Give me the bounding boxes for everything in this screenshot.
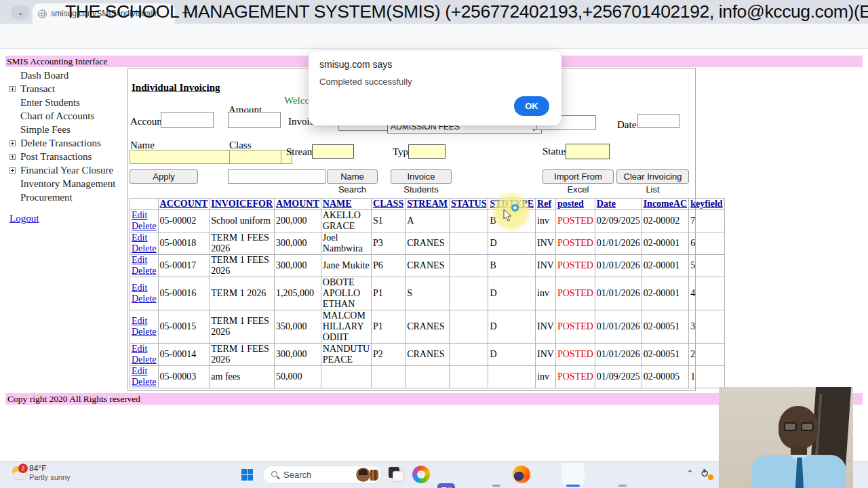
edit-link[interactable]: Edit xyxy=(132,210,147,220)
firefox-icon[interactable] xyxy=(513,466,530,483)
col-date[interactable]: Date xyxy=(595,199,642,210)
delete-link[interactable]: Delete xyxy=(132,354,157,365)
sidebar-item-financial-year-closure[interactable]: Financial Year Closure xyxy=(9,165,125,178)
posted-status: POSTED xyxy=(555,232,595,255)
table-row: Edit Delete 05-00017 TERM 1 FEES 2026 30… xyxy=(130,255,725,277)
invoices-table: ACCOUNT INVOICEFOR AMOUNT NAME CLASS STR… xyxy=(130,198,725,388)
teams-icon[interactable] xyxy=(437,483,455,488)
search-label: Search xyxy=(283,470,311,480)
sidebar-item-chart-of-accounts[interactable]: Chart of Accounts xyxy=(9,110,125,124)
copilot-icon[interactable] xyxy=(412,466,430,483)
edit-link[interactable]: Edit xyxy=(132,232,147,243)
edit-link[interactable]: Edit xyxy=(132,344,147,354)
search-highlight-image xyxy=(356,468,379,482)
col-account[interactable]: ACCOUNT xyxy=(158,199,210,210)
browser-toolbar: ← → ⟳ smisug.com/SMIS/individualinvoicin… xyxy=(0,24,868,49)
mouse-cursor-icon xyxy=(503,209,513,222)
expand-plus-icon[interactable] xyxy=(9,86,16,92)
webcam-overlay xyxy=(719,387,853,488)
account-label: Account xyxy=(130,116,165,127)
screen: ⌄ smisug.com/SMIS/individualinvoi + THE … xyxy=(0,0,868,488)
weather-condition: Partly sunny xyxy=(29,473,71,481)
dialog-source: smisug.com says xyxy=(319,59,392,70)
taskbar-search[interactable]: Search xyxy=(262,466,382,484)
hidden-icons-chevron[interactable]: ⌃ xyxy=(686,468,694,479)
apply-button[interactable]: Apply xyxy=(130,169,198,184)
edit-link[interactable]: Edit xyxy=(132,316,147,326)
table-row: Edit Delete 05-00015 TERM 1 FEES 2026 35… xyxy=(130,310,725,344)
delete-link[interactable]: Delete xyxy=(132,293,157,304)
table-row: Edit Delete 05-00002 School uniform 200,… xyxy=(130,210,725,232)
col-amount[interactable]: AMOUNT xyxy=(275,199,321,210)
invoice-students-button[interactable]: Invoice Students xyxy=(391,169,452,184)
expand-plus-icon[interactable] xyxy=(9,167,16,174)
glasses-icon xyxy=(784,422,814,432)
page-title: Individual Invoicing xyxy=(132,82,220,94)
search-name-input[interactable] xyxy=(228,169,326,184)
video-title-overlay: THE SCHOOL MANAGEMENT SYSTEM(SMIS) (+256… xyxy=(65,1,868,22)
sidebar-item-delete-transactions[interactable]: Delete Transactions xyxy=(9,138,125,151)
globe-favicon-icon xyxy=(38,9,47,18)
posted-status: POSTED xyxy=(555,255,595,277)
running-indicator xyxy=(492,485,500,487)
sidebar-item-inventory-management[interactable]: Inventory Management xyxy=(9,178,125,192)
status-label: Status xyxy=(542,146,568,157)
start-button[interactable] xyxy=(241,469,253,481)
sidebar-item-simple-fees[interactable]: Simple Fees xyxy=(9,124,125,138)
sidebar-item-dash-board[interactable]: Dash Board xyxy=(9,70,125,83)
delete-link[interactable]: Delete xyxy=(132,243,157,253)
notification-badge: 2 xyxy=(18,464,28,473)
delete-link[interactable]: Delete xyxy=(132,377,157,387)
edit-link[interactable]: Edit xyxy=(132,255,147,265)
col-invoicefor[interactable]: INVOICEFOR xyxy=(210,199,275,210)
edit-link[interactable]: Edit xyxy=(132,283,147,293)
chrome-running-indicator xyxy=(566,485,580,487)
col-status[interactable]: STATUS xyxy=(450,199,488,210)
col-class[interactable]: CLASS xyxy=(372,199,406,210)
weather-widget[interactable]: 2 84°F Partly sunny xyxy=(12,465,127,485)
posted-status: POSTED xyxy=(555,366,595,388)
delete-link[interactable]: Delete xyxy=(132,327,157,337)
class-input[interactable] xyxy=(229,150,281,164)
stream-input[interactable] xyxy=(312,144,354,159)
running-indicator xyxy=(618,485,627,487)
welcome-text: Welco xyxy=(284,95,310,106)
sidebar-item-transact[interactable]: Transact xyxy=(9,83,125,97)
dialog-message: Completed successfully xyxy=(319,77,412,87)
name-search-button[interactable]: Name Search xyxy=(327,169,378,184)
sync-tray-icon[interactable]: ⥁ xyxy=(701,468,713,480)
date-input[interactable] xyxy=(637,114,679,128)
col-posted[interactable]: posted xyxy=(555,199,595,210)
account-input[interactable] xyxy=(161,112,214,128)
edit-link[interactable]: Edit xyxy=(132,366,147,376)
weather-temp: 84°F xyxy=(29,464,46,473)
sidebar-item-enter-students[interactable]: Enter Students xyxy=(9,97,125,110)
tab-search-chevron-icon[interactable]: ⌄ xyxy=(11,5,30,20)
expand-plus-icon[interactable] xyxy=(9,140,16,146)
delete-link[interactable]: Delete xyxy=(132,266,157,276)
col-name[interactable]: NAME xyxy=(321,199,371,210)
type-input[interactable] xyxy=(408,144,446,159)
alert-dialog: smisug.com says Completed successfully O… xyxy=(309,51,561,125)
col-keyfield[interactable]: keyfield xyxy=(689,199,724,210)
import-from-excel-button[interactable]: Import From Excel xyxy=(542,169,614,184)
table-row: Edit Delete 05-00003 am fees 50,000 inv … xyxy=(130,366,725,388)
delete-link[interactable]: Delete xyxy=(132,221,157,231)
chrome-active-highlight xyxy=(561,463,585,485)
sidebar-item-procurement[interactable]: Procurement xyxy=(9,192,125,205)
col-ref[interactable]: Ref xyxy=(536,199,556,210)
clear-invoicing-list-button[interactable]: Clear Invoicing List xyxy=(616,169,689,184)
expand-plus-icon[interactable] xyxy=(9,154,16,160)
task-view-icon[interactable] xyxy=(387,466,405,483)
sidebar-item-post-transactions[interactable]: Post Transactions xyxy=(9,151,125,165)
amount-input[interactable] xyxy=(228,112,281,128)
ok-button[interactable]: OK xyxy=(514,96,549,116)
sidebar-nav: Dash Board Transact Enter Students Chart… xyxy=(9,70,125,205)
status-input[interactable] xyxy=(566,144,610,159)
logout-link[interactable]: Logout xyxy=(9,213,39,224)
col-incomeac[interactable]: IncomeAC xyxy=(642,199,689,210)
search-icon xyxy=(271,471,277,477)
col-stream[interactable]: STREAM xyxy=(406,199,450,210)
table-header-row: ACCOUNT INVOICEFOR AMOUNT NAME CLASS STR… xyxy=(130,199,725,210)
table-row: Edit Delete 05-00014 TERM 1 FEES 2026 30… xyxy=(130,344,725,366)
